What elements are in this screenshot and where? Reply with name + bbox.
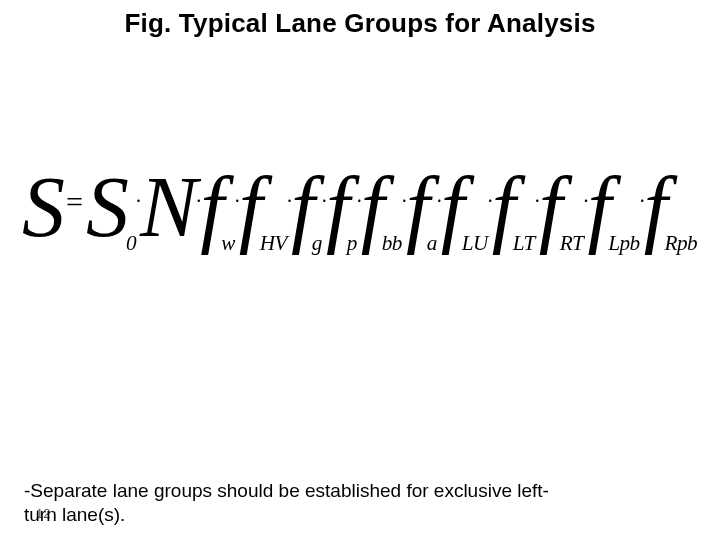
term-f-w: fw — [200, 164, 235, 250]
term-f-w-subscript: w — [221, 232, 235, 253]
term-S0-letter: S — [86, 164, 129, 250]
term-f-HV-subscript: HV — [260, 232, 287, 253]
term-f-p-subscript: p — [347, 232, 357, 253]
term-f-RT: fRT — [539, 164, 585, 250]
equals-sign: = — [66, 185, 83, 220]
equation-container: S=S0·N·fw·fHV·fg·fp·fbb·fa·fLU·fLT·fRT·f… — [22, 110, 698, 330]
term-f-LU-subscript: LU — [462, 232, 488, 253]
term-f-Rpb: fRpb — [644, 164, 698, 250]
term-S0-subscript: 0 — [126, 232, 136, 253]
saturation-flow-equation: S=S0·N·fw·fHV·fg·fp·fbb·fa·fLU·fLT·fRT·f… — [22, 164, 363, 275]
term-f-bb-subscript: bb — [382, 232, 402, 253]
term-f-Rpb-subscript: Rpb — [665, 232, 698, 253]
figure-title: Fig. Typical Lane Groups for Analysis — [0, 8, 720, 39]
caption-line-2: turn lane(s). — [24, 504, 125, 525]
term-f-RT-subscript: RT — [560, 232, 584, 253]
term-f-bb: fbb — [361, 164, 403, 250]
lhs-S: S — [22, 164, 65, 250]
term-f-LT: fLT — [492, 164, 536, 250]
caption-text: -Separate lane groups should be establis… — [24, 479, 696, 528]
term-N: N — [140, 164, 197, 250]
term-f-LU: fLU — [441, 164, 489, 250]
term-f-HV: fHV — [239, 164, 288, 250]
term-f-Lpb-subscript: Lpb — [608, 232, 639, 253]
term-f-a-subscript: a — [427, 232, 437, 253]
term-f-g: fg — [291, 164, 323, 250]
term-f-a: fa — [406, 164, 438, 250]
term-f-p: fp — [326, 164, 358, 250]
term-f-Lpb: fLpb — [587, 164, 640, 250]
slide: Fig. Typical Lane Groups for Analysis S=… — [0, 0, 720, 540]
term-f-LT-subscript: LT — [513, 232, 535, 253]
term-S0: S0 — [86, 164, 137, 250]
caption-line-1: -Separate lane groups should be establis… — [24, 480, 549, 501]
term-f-g-subscript: g — [312, 232, 322, 253]
term-N-letter: N — [140, 164, 197, 250]
